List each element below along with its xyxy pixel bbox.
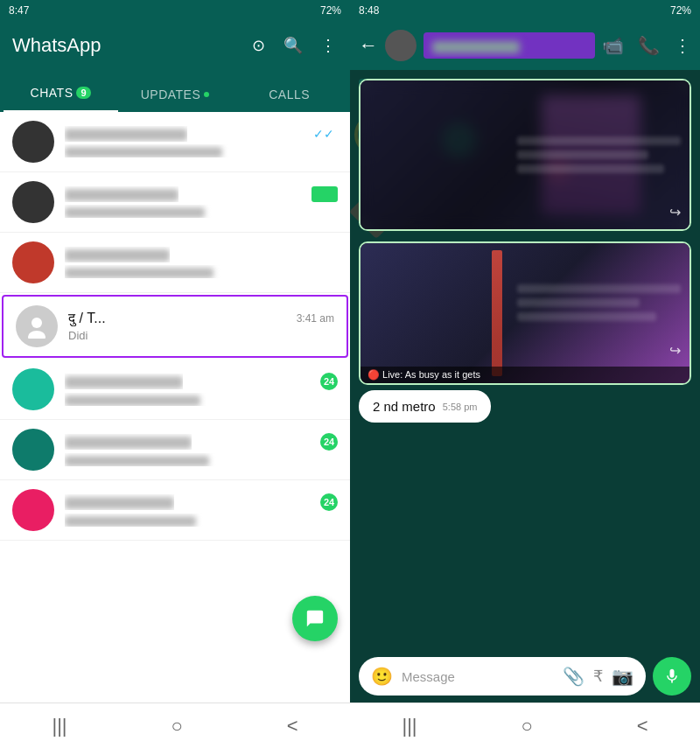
- search-icon[interactable]: 🔍: [284, 36, 303, 55]
- left-time: 8:47: [9, 4, 29, 17]
- back-button[interactable]: ←: [359, 34, 378, 57]
- blur-line: [517, 284, 681, 293]
- avatar: [12, 241, 54, 283]
- avatar: [12, 121, 54, 163]
- recents-nav-icon[interactable]: |||: [52, 715, 66, 738]
- nav-bar-right: ||| ○ <: [350, 703, 700, 748]
- tab-chats[interactable]: Chats 9: [4, 86, 118, 112]
- blur-line: [517, 164, 664, 173]
- more-icon[interactable]: ⋮: [318, 36, 338, 55]
- chat-preview: [65, 453, 292, 466]
- message-input-bar: 🙂 Message 📎 ₹ 📷: [350, 650, 700, 703]
- chat-name-row: ✓✓: [65, 126, 338, 142]
- blurred-name: [65, 129, 187, 141]
- unread-badge: 24: [320, 493, 338, 511]
- list-item-highlighted[interactable]: दु / T... 3:41 am Didi: [2, 295, 348, 358]
- voice-call-icon[interactable]: 📞: [638, 35, 660, 56]
- svg-point-1: [28, 331, 46, 339]
- tab-chats-label: Chats: [31, 86, 74, 100]
- live-caption: 🔴 Live: As busy as it gets: [360, 367, 690, 383]
- chat-name-row: [65, 186, 338, 202]
- back-nav-icon[interactable]: <: [287, 715, 298, 738]
- message-time: 5:58 pm: [443, 402, 478, 412]
- chat-content: 24: [65, 493, 338, 527]
- more-options-icon[interactable]: ⋮: [674, 35, 691, 56]
- app-title: WhatsApp: [12, 34, 102, 57]
- emoji-icon[interactable]: 🙂: [371, 666, 393, 687]
- chat-time: 3:41 am: [297, 312, 334, 325]
- fab-button[interactable]: [292, 596, 338, 641]
- blurred-name: [65, 376, 183, 388]
- blurred-preview: [65, 207, 205, 218]
- chat-name: [65, 494, 174, 510]
- blurred-preview: [65, 456, 209, 466]
- blurred-image-inner-2: [360, 243, 690, 383]
- chat-name-row: [65, 247, 338, 262]
- chat-preview: [65, 144, 292, 157]
- chat-messages-area: ↪ 🔴 Live: As busy as it gets ↪ 2 n: [350, 70, 700, 650]
- back-nav-icon-right[interactable]: <: [637, 715, 648, 738]
- blur-line: [517, 150, 648, 159]
- list-item[interactable]: 24: [0, 420, 350, 480]
- text-message-bubble: 2 nd metro 5:58 pm: [359, 390, 491, 423]
- blurred-image-card-2: 🔴 Live: As busy as it gets ↪: [359, 241, 691, 385]
- blurred-name: [65, 189, 178, 201]
- list-item[interactable]: ✓✓: [0, 112, 350, 172]
- recents-nav-icon-right[interactable]: |||: [402, 715, 416, 738]
- home-nav-icon-right[interactable]: ○: [521, 715, 532, 738]
- list-item[interactable]: [0, 233, 350, 293]
- forward-icon-2: ↪: [669, 342, 681, 359]
- chat-name: [65, 126, 187, 142]
- check-icon: ✓✓: [313, 127, 334, 141]
- nav-bar-left: ||| ○ <: [0, 703, 350, 748]
- mic-button[interactable]: [653, 657, 691, 696]
- list-item[interactable]: 24: [0, 480, 350, 541]
- blurred-bar-2: [492, 250, 502, 376]
- blurred-lines-1: [508, 80, 690, 229]
- list-item[interactable]: [0, 172, 350, 233]
- forward-icon: ↪: [669, 204, 681, 220]
- video-call-icon[interactable]: 📹: [602, 35, 624, 56]
- chat-preview: [65, 205, 292, 218]
- contact-name-box[interactable]: [424, 32, 595, 58]
- blurred-name: [65, 497, 174, 509]
- svg-point-0: [32, 318, 42, 328]
- blurred-image-card-1: ↪: [359, 79, 691, 231]
- message-input-field[interactable]: 🙂 Message 📎 ₹ 📷: [359, 657, 646, 696]
- chat-name: [65, 434, 192, 450]
- camera-icon[interactable]: ⊙: [248, 36, 268, 55]
- chat-name-row: 24: [65, 433, 338, 451]
- blur-line: [517, 312, 656, 321]
- avatar: [12, 429, 54, 471]
- blurred-preview: [65, 516, 196, 527]
- status-bar-right: 8:48 72%: [350, 0, 700, 21]
- contact-name-blurred: [432, 41, 520, 53]
- right-panel: 8:48 72% ← 📹 📞 ⋮: [350, 0, 700, 748]
- list-item[interactable]: 24: [0, 360, 350, 420]
- blurred-preview: [65, 395, 200, 406]
- chat-name-row: 24: [65, 493, 338, 511]
- chat-preview: [65, 514, 292, 527]
- home-nav-icon[interactable]: ○: [171, 715, 182, 738]
- chat-name: [65, 186, 178, 202]
- right-time: 8:48: [359, 4, 379, 17]
- tab-updates[interactable]: Updates: [118, 87, 233, 112]
- right-battery: 72%: [670, 4, 691, 17]
- contact-avatar[interactable]: [385, 30, 416, 61]
- chat-content: दु / T... 3:41 am Didi: [68, 311, 334, 342]
- avatar: [12, 489, 54, 531]
- tab-calls[interactable]: Calls: [232, 87, 346, 112]
- unread-indicator: [312, 186, 338, 202]
- attachment-icon[interactable]: 📎: [563, 666, 584, 687]
- avatar: [12, 181, 54, 223]
- blurred-preview: [65, 268, 214, 278]
- camera-input-icon[interactable]: 📷: [612, 666, 634, 687]
- chat-name: [65, 247, 170, 262]
- left-battery: 72%: [320, 4, 341, 17]
- blurred-lines-2: [508, 243, 690, 362]
- blurred-image-inner-1: [360, 80, 690, 229]
- chat-name: दु / T...: [68, 311, 106, 326]
- chat-preview: [65, 265, 292, 278]
- rupee-icon[interactable]: ₹: [593, 667, 603, 686]
- avatar: [12, 368, 54, 410]
